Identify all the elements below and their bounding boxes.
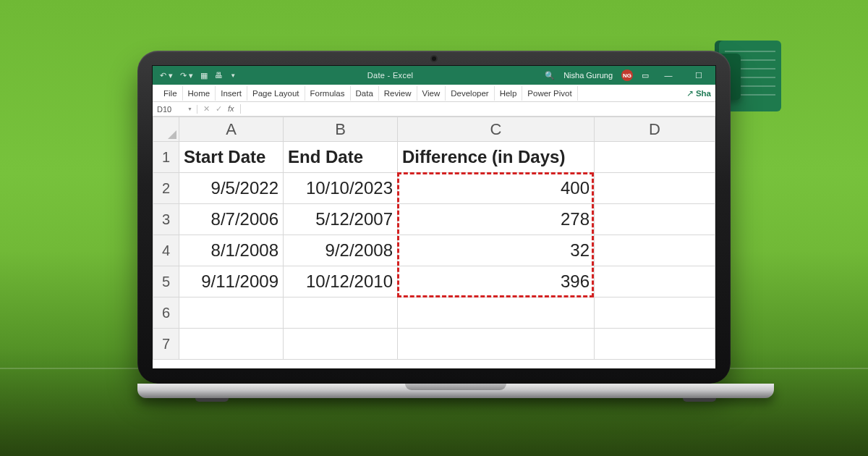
formula-bar-row: D10 ▼ ✕ ✓ fx (153, 102, 715, 117)
user-name[interactable]: Nisha Gurung (563, 71, 613, 80)
col-header-D[interactable]: D (595, 117, 715, 142)
col-header-C[interactable]: C (398, 117, 595, 142)
select-all-corner[interactable] (153, 117, 179, 142)
document-title: Date - Excel (236, 71, 545, 80)
print-icon[interactable]: 🖶 (215, 71, 223, 80)
row-header-7[interactable]: 7 (153, 329, 179, 360)
maximize-button[interactable]: ☐ (688, 71, 710, 80)
tab-help[interactable]: Help (495, 86, 523, 101)
grid[interactable]: A B C D 1 Start Date End Date Difference… (153, 117, 715, 360)
laptop: ↶ ▾ ↷ ▾ ▦ 🖶 ▼ Date - Excel 🔍 Nisha Gurun… (137, 51, 731, 398)
cell-A7[interactable] (179, 329, 284, 360)
tab-review[interactable]: Review (379, 86, 417, 101)
cell-B1[interactable]: End Date (284, 142, 398, 173)
enter-formula-icon[interactable]: ✓ (216, 104, 222, 114)
search-icon[interactable]: 🔍 (545, 71, 555, 80)
cell-D3[interactable] (595, 204, 715, 235)
cell-D4[interactable] (595, 235, 715, 266)
row-header-6[interactable]: 6 (153, 297, 179, 329)
ribbon-tabs: File Home Insert Page Layout Formulas Da… (153, 85, 715, 102)
cell-C3[interactable]: 278 (398, 204, 595, 235)
screen: ↶ ▾ ↷ ▾ ▦ 🖶 ▼ Date - Excel 🔍 Nisha Gurun… (152, 65, 716, 369)
row-header-2[interactable]: 2 (153, 173, 179, 204)
cell-B5[interactable]: 10/12/2010 (284, 266, 398, 297)
cancel-formula-icon[interactable]: ✕ (203, 104, 210, 114)
cell-A6[interactable] (179, 297, 284, 329)
cell-A5[interactable]: 9/11/2009 (179, 266, 284, 297)
col-header-A[interactable]: A (179, 117, 284, 142)
cell-D7[interactable] (595, 329, 715, 360)
ribbon-display-icon[interactable]: ▭ (642, 71, 649, 80)
row-header-5[interactable]: 5 (153, 266, 179, 297)
tab-view[interactable]: View (417, 86, 446, 101)
tab-home[interactable]: Home (183, 86, 216, 101)
cell-A4[interactable]: 8/1/2008 (179, 235, 284, 266)
name-box-value: D10 (157, 105, 171, 114)
cell-B2[interactable]: 10/10/2023 (284, 173, 398, 204)
name-box[interactable]: D10 ▼ (153, 105, 197, 114)
share-label: Sha (696, 89, 711, 98)
cell-A2[interactable]: 9/5/2022 (179, 173, 284, 204)
tab-power-pivot[interactable]: Power Pivot (522, 86, 577, 101)
cell-A1[interactable]: Start Date (179, 142, 284, 173)
save-icon[interactable]: ▦ (200, 71, 208, 80)
cell-C5[interactable]: 396 (398, 266, 595, 297)
redo-icon[interactable]: ↷ ▾ (180, 71, 193, 80)
worksheet[interactable]: A B C D 1 Start Date End Date Difference… (153, 117, 715, 360)
tab-page-layout[interactable]: Page Layout (247, 86, 305, 101)
minimize-button[interactable]: — (658, 71, 679, 80)
user-avatar[interactable]: NG (621, 69, 633, 81)
qat-more-icon[interactable]: ▼ (230, 72, 236, 79)
row-header-3[interactable]: 3 (153, 204, 179, 235)
row-header-4[interactable]: 4 (153, 235, 179, 266)
title-bar: ↶ ▾ ↷ ▾ ▦ 🖶 ▼ Date - Excel 🔍 Nisha Gurun… (153, 66, 715, 85)
name-box-dropdown-icon[interactable]: ▼ (187, 106, 192, 111)
cell-C2[interactable]: 400 (398, 173, 595, 204)
cell-B7[interactable] (284, 329, 398, 360)
cell-D2[interactable] (595, 173, 715, 204)
cell-C7[interactable] (398, 329, 595, 360)
webcam (432, 56, 436, 61)
cell-C6[interactable] (398, 297, 595, 329)
fx-icon[interactable]: fx (228, 104, 234, 114)
cell-D1[interactable] (595, 142, 715, 173)
cell-D6[interactable] (595, 297, 715, 329)
tab-data[interactable]: Data (351, 86, 379, 101)
cell-B3[interactable]: 5/12/2007 (284, 204, 398, 235)
tab-insert[interactable]: Insert (216, 86, 247, 101)
tab-developer[interactable]: Developer (446, 86, 494, 101)
cell-B6[interactable] (284, 297, 398, 329)
laptop-base (137, 384, 774, 398)
row-header-1[interactable]: 1 (153, 142, 179, 173)
cell-D5[interactable] (595, 266, 715, 297)
undo-icon[interactable]: ↶ ▾ (160, 71, 173, 80)
cell-A3[interactable]: 8/7/2006 (179, 204, 284, 235)
share-button[interactable]: ↗ Sha (681, 85, 715, 101)
cell-C1[interactable]: Difference (in Days) (398, 142, 595, 173)
tab-formulas[interactable]: Formulas (305, 86, 351, 101)
cell-C4[interactable]: 32 (398, 235, 595, 266)
tab-file[interactable]: File (158, 86, 183, 101)
cell-B4[interactable]: 9/2/2008 (284, 235, 398, 266)
col-header-B[interactable]: B (284, 117, 398, 142)
